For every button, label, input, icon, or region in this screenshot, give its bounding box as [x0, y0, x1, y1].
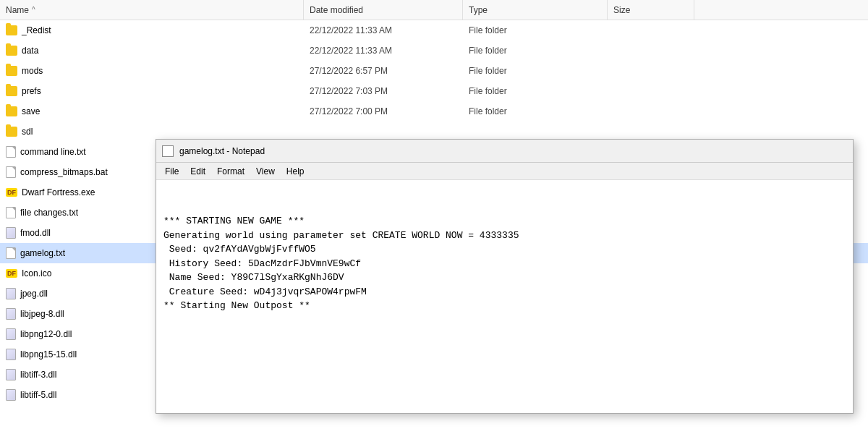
file-name-label: mods — [22, 66, 43, 76]
file-date-cell: 27/12/2022 6:57 PM — [304, 61, 463, 80]
file-size-cell — [608, 101, 694, 121]
file-type-cell — [463, 122, 608, 141]
img-icon — [6, 227, 16, 239]
file-type-cell: File folder — [463, 41, 608, 60]
file-date-cell: 27/12/2022 7:00 PM — [304, 101, 463, 121]
file-name-label: save — [22, 106, 40, 116]
folder-icon — [6, 106, 17, 116]
col-type-label: Type — [469, 5, 488, 15]
file-size-cell — [608, 81, 694, 101]
file-name-label: prefs — [22, 86, 41, 96]
generic-file-icon — [6, 146, 16, 158]
col-name-label: Name — [6, 5, 29, 15]
col-header-date[interactable]: Date modified — [304, 0, 463, 20]
file-name-label: sdl — [22, 127, 33, 137]
df-icon: DF — [6, 269, 17, 278]
notepad-line: History Seed: 5DacMzdrFJbVmnVE9wCf — [163, 257, 846, 271]
file-name-label: command line.txt — [20, 147, 86, 157]
file-name-cell: save — [0, 101, 304, 121]
menu-item-format[interactable]: Format — [211, 165, 250, 178]
file-name-cell: sdl — [0, 122, 304, 141]
file-name-label: libtiff-3.dll — [20, 370, 56, 380]
folder-icon — [6, 86, 17, 96]
file-type-cell: File folder — [463, 101, 608, 121]
file-row[interactable]: data22/12/2022 11:33 AMFile folder — [0, 41, 868, 61]
file-date-cell: 22/12/2022 11:33 AM — [304, 20, 463, 40]
file-name-label: Icon.ico — [22, 268, 51, 278]
file-size-cell — [608, 122, 694, 141]
file-row[interactable]: prefs27/12/2022 7:03 PMFile folder — [0, 81, 868, 101]
menu-item-file[interactable]: File — [159, 165, 184, 178]
file-date-cell — [304, 122, 463, 141]
file-name-cell: mods — [0, 61, 304, 80]
col-header-name[interactable]: Name ^ — [0, 0, 304, 20]
file-name-cell: _Redist — [0, 20, 304, 40]
folder-icon — [6, 66, 17, 76]
col-size-label: Size — [613, 5, 630, 15]
col-date-label: Date modified — [310, 5, 363, 15]
menu-item-help[interactable]: Help — [281, 165, 310, 178]
generic-file-icon — [6, 207, 16, 218]
img-icon — [6, 389, 16, 401]
notepad-title-icon — [162, 145, 174, 157]
notepad-line: ** Starting New Outpost ** — [163, 299, 846, 313]
notepad-title-text: gamelog.txt - Notepad — [179, 146, 847, 156]
file-type-cell: File folder — [463, 61, 608, 80]
folder-icon — [6, 46, 17, 56]
img-icon — [6, 308, 16, 320]
notepad-line: Seed: qv2fAYdAVgbWjFvffWO5 — [163, 242, 846, 257]
col-header-type[interactable]: Type — [463, 0, 608, 20]
folder-icon — [6, 25, 17, 35]
notepad-line: *** STARTING NEW GAME *** — [163, 214, 846, 229]
menu-item-edit[interactable]: Edit — [184, 165, 211, 178]
file-row[interactable]: save27/12/2022 7:00 PMFile folder — [0, 101, 868, 122]
notepad-line: Creature Seed: wD4j3jvqrSAPOW4rpwFM — [163, 285, 846, 299]
file-name-label: libpng12-0.dll — [20, 329, 72, 339]
file-name-cell: prefs — [0, 81, 304, 101]
generic-file-icon — [6, 166, 16, 178]
folder-icon — [6, 127, 17, 137]
file-name-label: libtiff-5.dll — [20, 390, 56, 400]
file-row[interactable]: mods27/12/2022 6:57 PMFile folder — [0, 61, 868, 81]
img-icon — [6, 369, 16, 380]
notepad-window: gamelog.txt - Notepad FileEditFormatView… — [156, 139, 854, 414]
file-date-cell: 27/12/2022 7:03 PM — [304, 81, 463, 101]
notepad-content[interactable]: *** STARTING NEW GAME ***Generating worl… — [156, 180, 853, 413]
notepad-menubar: FileEditFormatViewHelp — [156, 163, 853, 180]
file-name-label: compress_bitmaps.bat — [20, 167, 108, 177]
df-icon: DF — [6, 188, 17, 197]
menu-item-view[interactable]: View — [250, 165, 281, 178]
file-name-label: data — [22, 46, 38, 56]
img-icon — [6, 328, 16, 340]
notepad-titlebar: gamelog.txt - Notepad — [156, 140, 853, 163]
generic-file-icon — [6, 247, 16, 259]
file-size-cell — [608, 61, 694, 80]
notepad-line: Name Seed: Y89C7lSgYxaRKgNhJ6DV — [163, 271, 846, 285]
img-icon — [6, 349, 16, 360]
sort-arrow: ^ — [32, 6, 35, 14]
explorer-header: Name ^ Date modified Type Size — [0, 0, 868, 20]
file-name-cell: data — [0, 41, 304, 60]
file-name-label: file changes.txt — [20, 208, 78, 218]
notepad-line: Generating world using parameter set CRE… — [163, 229, 846, 243]
file-name-label: libjpeg-8.dll — [20, 309, 64, 319]
file-name-label: _Redist — [22, 25, 51, 35]
file-size-cell — [608, 20, 694, 40]
file-name-label: gamelog.txt — [20, 248, 65, 258]
file-name-label: libpng15-15.dll — [20, 349, 77, 359]
col-header-size[interactable]: Size — [608, 0, 694, 20]
file-row[interactable]: _Redist22/12/2022 11:33 AMFile folder — [0, 20, 868, 41]
file-type-cell: File folder — [463, 81, 608, 101]
file-type-cell: File folder — [463, 20, 608, 40]
file-name-label: jpeg.dll — [20, 289, 48, 299]
file-date-cell: 22/12/2022 11:33 AM — [304, 41, 463, 60]
img-icon — [6, 288, 16, 299]
file-name-label: fmod.dll — [20, 228, 51, 238]
file-size-cell — [608, 41, 694, 60]
file-name-label: Dwarf Fortress.exe — [22, 187, 95, 197]
